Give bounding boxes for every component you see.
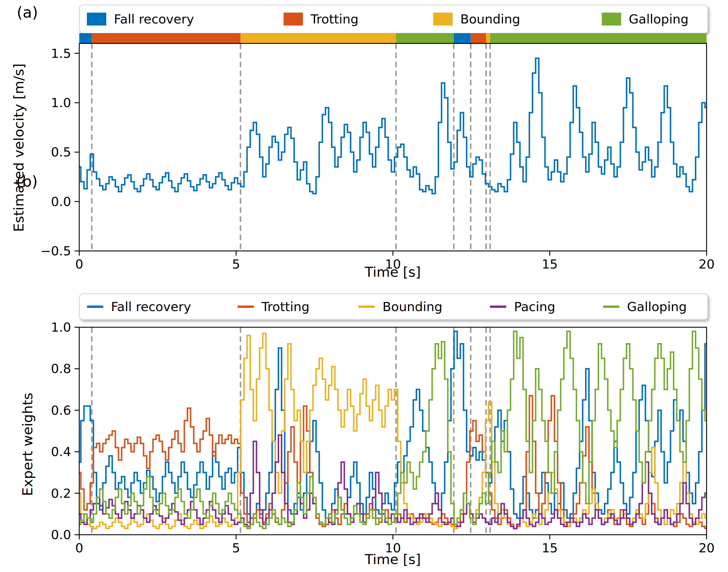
gait-strip-segment-fall (454, 33, 471, 44)
legend-label-bounding: Bounding (383, 299, 442, 314)
legend-label-trotting: Trotting (262, 299, 310, 314)
y-tick-label: 0.4 (51, 444, 71, 459)
legend-item-fall-recovery: Fall recovery (87, 294, 191, 319)
estimated-velocity-series-line (79, 58, 707, 194)
x-tick-label: 5 (232, 257, 240, 272)
x-tick-label: 20 (699, 257, 715, 272)
panel-b-letter: (b) (16, 172, 38, 190)
legend-label-fall-recovery: Fall recovery (111, 299, 191, 314)
charts-canvas: 05101520−0.50.00.51.01.5051015200.00.20.… (0, 0, 728, 572)
panel-a-x-axis-label: Time [s] (305, 264, 481, 280)
gait-strip-segment-gallop (490, 33, 707, 44)
y-tick-label: 1.0 (51, 95, 71, 110)
x-tick-label: 5 (232, 541, 240, 555)
y-tick-label: 1.5 (51, 46, 71, 61)
trotting-series-line (79, 396, 707, 528)
panel-b-x-axis-label: Time [s] (305, 551, 481, 567)
panel-b-y-axis-label: Expert weights (19, 393, 36, 496)
galloping-line-swatch-icon (603, 305, 619, 308)
x-tick-label: 20 (699, 541, 715, 555)
legend-item-galloping: Galloping (603, 294, 687, 319)
y-tick-label: 1.0 (51, 320, 71, 335)
legend-experts-b: Fall recovery Trotting Bounding Pacing G… (79, 293, 708, 320)
gait-strip-segment-trot (92, 33, 241, 44)
gait-strip-segment-bound (486, 33, 490, 44)
gait-strip-segment-gallop (396, 33, 454, 44)
y-tick-label: 0.8 (51, 361, 71, 376)
galloping-series-line (79, 331, 707, 528)
y-tick-label: 0.0 (51, 194, 71, 209)
panel-a-y-axis-label: Estimated velocity [m/s] (11, 63, 27, 232)
figure-root: (a) Fall recovery Trotting Bounding Gall… (0, 0, 728, 572)
pacing-series-line (79, 435, 707, 528)
x-tick-label: 15 (542, 541, 558, 555)
gait-strip-segment-trot (471, 33, 486, 44)
x-tick-label: 15 (542, 257, 558, 272)
fall-recovery-series-line (79, 331, 707, 518)
y-tick-label: 0.6 (51, 403, 71, 418)
y-tick-label: 0.2 (51, 486, 71, 501)
x-tick-label: 0 (75, 541, 83, 555)
gait-strip-segment-bound (241, 33, 396, 44)
gait-strip-segment-fall (79, 33, 92, 44)
trotting-line-swatch-icon (238, 305, 254, 308)
legend-item-pacing: Pacing (490, 294, 555, 319)
legend-label-galloping: Galloping (627, 299, 687, 314)
fall-recovery-line-swatch-icon (87, 305, 103, 308)
pacing-line-swatch-icon (490, 305, 506, 308)
panel-a-axes-frame (79, 44, 707, 251)
legend-item-bounding: Bounding (358, 294, 442, 319)
y-tick-label: 0.5 (51, 145, 71, 159)
y-tick-label: 0.0 (51, 527, 71, 542)
legend-item-trotting: Trotting (238, 294, 310, 319)
bounding-line-swatch-icon (358, 305, 375, 308)
x-tick-label: 0 (75, 257, 83, 272)
legend-label-pacing: Pacing (514, 299, 555, 314)
y-tick-label: −0.5 (41, 243, 71, 258)
